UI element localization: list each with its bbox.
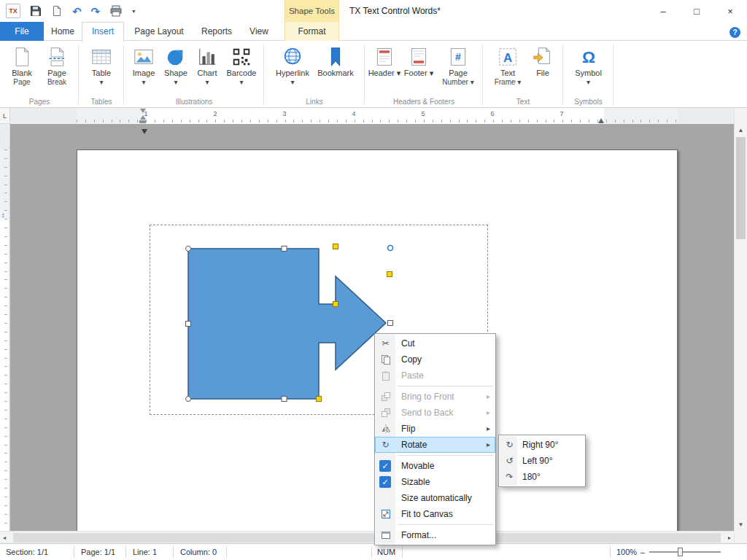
tab-stop-selector[interactable]: L: [0, 108, 10, 124]
cut-icon: ✂: [379, 338, 392, 349]
horizontal-scrollbar[interactable]: ◂ ▸: [0, 531, 734, 543]
menu-item-flip[interactable]: Flip ▸: [375, 421, 495, 437]
horizontal-scrollbar-thumb[interactable]: [13, 533, 721, 542]
button-label: Page: [47, 69, 66, 78]
new-document-button[interactable]: [51, 3, 63, 19]
status-separator: [125, 546, 126, 558]
menu-item-bring-to-front: Bring to Front ▸: [375, 389, 495, 405]
group-label-links: Links: [264, 98, 365, 106]
redo-button[interactable]: ↷: [91, 3, 101, 19]
button-label: Table: [92, 69, 111, 78]
symbol-button[interactable]: Ω Symbol ▾: [568, 44, 609, 87]
button-label: Blank: [12, 69, 32, 78]
menu-item-copy[interactable]: Copy: [375, 351, 495, 368]
tab-reports[interactable]: Reports: [194, 22, 239, 41]
submenu-item-180[interactable]: ↷ 180°: [499, 469, 585, 485]
file-button[interactable]: File: [527, 44, 558, 78]
customize-toolbar-button[interactable]: ▾: [132, 3, 135, 19]
menu-item-size-automatically[interactable]: Size automatically: [375, 490, 495, 506]
vertical-scrollbar-thumb[interactable]: [736, 137, 746, 239]
ruler-number: 2: [213, 110, 217, 117]
zoom-slider-thumb[interactable]: [678, 548, 683, 556]
menu-item-fit-to-canvas[interactable]: Fit to Canvas: [375, 506, 495, 522]
menu-item-label: 180°: [522, 472, 541, 482]
submenu-item-left-90[interactable]: ↺ Left 90°: [499, 453, 585, 469]
menu-item-label: Bring to Front: [401, 392, 454, 402]
submenu-item-right-90[interactable]: ↻ Right 90°: [499, 437, 585, 453]
first-line-indent-marker[interactable]: [140, 109, 146, 113]
status-separator: [371, 546, 372, 558]
vertical-scrollbar[interactable]: ▲ ▼: [734, 108, 747, 543]
fit-to-canvas-icon: [379, 508, 392, 520]
dropdown-caret-icon: ▾: [174, 78, 177, 87]
rotate-left-icon: ↺: [503, 455, 516, 467]
header-button[interactable]: Header ▾: [367, 44, 402, 78]
group-label-headers-footers: Headers & Footers: [365, 98, 483, 106]
scroll-down-button[interactable]: ▼: [735, 521, 747, 528]
scroll-left-button[interactable]: ◂: [3, 534, 6, 541]
close-button[interactable]: ×: [713, 0, 747, 22]
ribbon-group-illustrations: Image ▾ Shape ▾ Chart ▾: [124, 41, 264, 107]
minimize-button[interactable]: –: [646, 0, 680, 22]
text-frame-button[interactable]: A Text Frame ▾: [488, 44, 527, 87]
button-label-2: Page: [13, 78, 30, 87]
window-title: TX Text Control Words*: [349, 0, 441, 22]
left-indent-marker[interactable]: [140, 115, 146, 120]
bookmark-button[interactable]: Bookmark: [314, 44, 357, 78]
maximize-button[interactable]: □: [680, 0, 713, 22]
menu-item-label: Cut: [401, 338, 415, 349]
top-margin-marker[interactable]: ↕: [1, 211, 5, 219]
dropdown-caret-icon: ▾: [587, 78, 590, 87]
tab-file[interactable]: File: [0, 22, 44, 41]
ribbon-tab-row: File Home Insert Page Layout Reports Vie…: [0, 22, 747, 41]
right-indent-marker[interactable]: [598, 118, 604, 123]
tab-home[interactable]: Home: [44, 22, 82, 41]
button-label-2: Frame ▾: [495, 78, 522, 87]
tab-view[interactable]: View: [239, 22, 279, 41]
hyperlink-button[interactable]: Hyperlink ▾: [271, 44, 314, 87]
bring-to-front-icon: [379, 391, 392, 402]
button-label: Barcode: [227, 69, 257, 78]
scroll-right-button[interactable]: ▸: [728, 534, 731, 541]
submenu-arrow-icon: ▸: [487, 437, 490, 453]
left-indent-box[interactable]: [139, 120, 146, 123]
menu-separator: [398, 386, 493, 386]
barcode-button[interactable]: Barcode ▾: [222, 44, 260, 87]
dropdown-caret-icon: ▾: [142, 78, 145, 87]
status-page: Page: 1/1: [81, 544, 115, 560]
save-button[interactable]: [30, 3, 42, 19]
menu-item-label: Size automatically: [401, 493, 472, 503]
tab-insert[interactable]: Insert: [82, 22, 124, 42]
print-button[interactable]: [109, 3, 123, 19]
blank-page-button[interactable]: Blank Page: [4, 44, 39, 87]
zoom-out-button[interactable]: –: [640, 544, 645, 560]
ribbon: Blank Page Page Break Pages Table ▾: [0, 41, 747, 108]
menu-item-sizable[interactable]: ✓ Sizable: [375, 474, 495, 490]
shape-button[interactable]: Shape ▾: [160, 44, 192, 87]
title-bar: TX ↶ ↷ ▾ Shape Tools TX Text Control Wor…: [0, 0, 747, 22]
document-canvas-area[interactable]: [10, 124, 734, 531]
tab-format[interactable]: Format: [285, 22, 339, 41]
tab-page-layout[interactable]: Page Layout: [124, 22, 194, 41]
menu-item-format[interactable]: Format...: [375, 527, 495, 543]
format-dialog-icon: [379, 529, 392, 541]
page-break-button[interactable]: Page Break: [39, 44, 74, 87]
ribbon-group-text: A Text Frame ▾ File Text: [483, 41, 563, 107]
page-number-button[interactable]: # Page Number ▾: [436, 44, 481, 87]
undo-button[interactable]: ↶: [72, 3, 82, 19]
menu-item-movable[interactable]: ✓ Movable: [375, 458, 495, 474]
menu-item-rotate[interactable]: ↻ Rotate ▸: [375, 437, 495, 453]
image-button[interactable]: Image ▾: [128, 44, 160, 87]
svg-text:#: #: [455, 51, 461, 63]
help-button[interactable]: ?: [729, 27, 740, 38]
scroll-up-button[interactable]: ▲: [735, 127, 747, 133]
footer-button[interactable]: Footer ▾: [402, 44, 436, 78]
menu-item-cut[interactable]: ✂ Cut: [375, 335, 495, 351]
table-button[interactable]: Table ▾: [82, 44, 121, 87]
zoom-slider-track[interactable]: [649, 551, 721, 553]
ruler-number: 7: [560, 110, 563, 117]
paste-icon: [379, 370, 392, 381]
chart-button[interactable]: Chart ▾: [192, 44, 222, 87]
ruler-ticks: [4, 149, 7, 531]
menu-item-label: Right 90°: [522, 440, 559, 450]
